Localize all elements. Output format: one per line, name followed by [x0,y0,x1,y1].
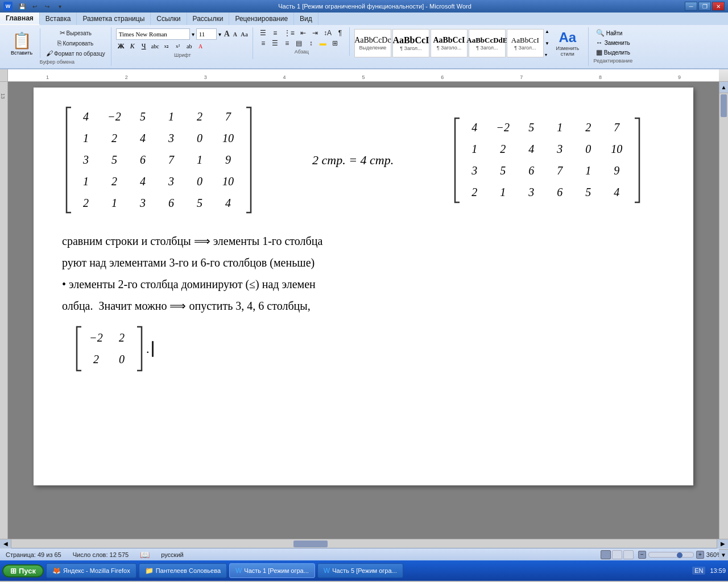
bold-button[interactable]: Ж [116,41,126,51]
zoom-control: − + 360% [638,551,722,559]
find-button[interactable]: 🔍 Найти [593,28,633,38]
m1-r2c2: 6 [130,149,155,171]
paragraph-controls: ☰ ≡ ⋮≡ ⇤ ⇥ ↕A ¶ ≡ ☰ ≡ ▤ ↕ ▬ [258,28,346,48]
restore-btn[interactable]: ❐ [698,2,711,11]
document-scroll[interactable]: 4 −2 5 1 2 7 1 2 4 3 0 10 3 [8,82,719,539]
editing-group: 🔍 Найти ↔ Заменить ▦ Выделить Редактиров… [590,27,636,65]
shading-button[interactable]: ▬ [317,39,329,48]
scroll-down-btn[interactable]: ▼ [719,549,728,560]
zoom-slider[interactable] [648,552,694,558]
taskbar-word2[interactable]: W Часть 5 [Режим огра... [317,563,403,578]
language-button[interactable]: EN [692,567,705,575]
style-item-label-3: ¶ Загол... [476,45,498,51]
qa-save-btn[interactable]: 💾 [17,1,27,11]
para-row1: ☰ ≡ ⋮≡ ⇤ ⇥ ↕A ¶ [258,28,346,38]
hscroll-thumb[interactable] [293,541,328,547]
style-item-0[interactable]: AaBbCcDc Выделение [354,29,391,57]
shrink-font-button[interactable]: A [232,31,238,38]
tab-home[interactable]: Главная [0,13,40,25]
close-btn[interactable]: ✕ [712,2,725,11]
bullets-button[interactable]: ☰ [258,28,269,38]
scroll-thumb[interactable] [721,94,727,117]
change-styles-button[interactable]: Aa Изменить стили [551,28,585,58]
font-dropdown-icon[interactable]: ▾ [192,31,195,38]
grow-font-button[interactable]: A [223,30,231,39]
decrease-indent-button[interactable]: ⇤ [297,28,309,38]
copy-button[interactable]: ⎘ Копировать [44,39,107,48]
highlight-button[interactable]: ab [184,41,195,51]
increase-indent-button[interactable]: ⇥ [309,28,321,38]
style-item-text-1: AaBbCcI [392,35,429,45]
scroll-up-btn[interactable]: ▲ [719,82,728,93]
tab-view[interactable]: Вид [294,13,318,25]
style-item-4[interactable]: AaBbCcI ¶ Загол... [507,29,544,57]
qa-undo-btn[interactable]: ↩ [30,1,40,11]
qa-dropdown-btn[interactable]: ▾ [55,1,65,11]
tab-mailings[interactable]: Рассылки [187,13,230,25]
m2-r3c4: 5 [576,182,601,203]
taskbar-panteleev[interactable]: 📁 Пантелеев Соловьева [139,563,227,578]
subscript-button[interactable]: x₂ [162,41,172,51]
view-full-btn[interactable] [612,550,622,559]
taskbar-word1[interactable]: W Часть 1 [Режим огра... [229,563,315,578]
multilevel-button[interactable]: ⋮≡ [282,28,297,38]
paste-button[interactable]: 📋 Вставить [7,28,36,58]
style-item-label-1: ¶ Загол... [400,45,421,51]
tab-review[interactable]: Рецензирование [229,13,294,25]
font-color-button[interactable]: A [196,41,206,51]
clipboard-group: 📋 Вставить ✂ Вырезать ⎘ Копировать 🖌 [3,27,111,66]
zoom-in-btn[interactable]: + [696,551,704,559]
horizontal-scrollbar[interactable]: ◀ ▶ [0,539,728,548]
superscript-button[interactable]: x² [173,41,183,51]
sort-button[interactable]: ↕A [321,28,334,38]
underline-button[interactable]: Ч [139,41,149,51]
view-print-btn[interactable] [601,550,611,559]
align-left-button[interactable]: ≡ [258,39,269,48]
styles-scroll[interactable]: ▲ ▼ ▾ [545,29,549,57]
start-button[interactable]: ⊞ Пуск [2,564,44,577]
strikethrough-button[interactable]: аbc [150,41,160,51]
taskbar-firefox[interactable]: 🦊 Яндекс - Mozilla Firefox [46,563,136,578]
title-left: W 💾 ↩ ↪ ▾ [3,1,65,11]
m1-r4c1: 1 [102,193,127,214]
paste-label: Вставить [11,50,32,56]
m2-r3c1: 1 [490,182,515,203]
ribbon-tabs: Главная Вставка Разметка страницы Ссылки… [0,13,728,25]
align-center-button[interactable]: ☰ [270,39,281,48]
hscroll-left-btn[interactable]: ◀ [0,539,11,548]
editing-label: Редактирование [593,58,633,64]
clear-format-button[interactable]: Aa [239,31,249,38]
style-item-2[interactable]: AaBbCcI ¶ Заголо... [431,29,468,57]
tab-insert[interactable]: Вставка [40,13,77,25]
tab-layout[interactable]: Разметка страницы [77,13,151,25]
border-button[interactable]: ⊞ [329,39,341,48]
show-para-button[interactable]: ¶ [334,28,346,38]
change-style-label: Изменить стили [551,45,585,57]
m1-r1c1: 2 [102,128,127,149]
size-dropdown-icon[interactable]: ▾ [218,31,221,38]
numbering-button[interactable]: ≡ [270,28,281,38]
justify-button[interactable]: ▤ [293,39,305,48]
ruler[interactable]: 123 456 789 [0,69,728,82]
word-icon: W [3,2,13,11]
text-line1: сравним строки и столбцы ⟹ элементы 1-го… [62,232,665,250]
cut-button[interactable]: ✂ Вырезать [44,28,107,38]
view-web-btn[interactable] [623,550,634,559]
format-painter-button[interactable]: 🖌 Формат по образцу [44,49,107,58]
zoom-out-btn[interactable]: − [638,551,646,559]
hscroll-right-btn[interactable]: ▶ [717,539,728,548]
zoom-thumb [677,552,682,558]
font-name-selector[interactable]: Times New Roman [116,28,190,40]
select-button[interactable]: ▦ Выделить [593,48,633,57]
qa-redo-btn[interactable]: ↪ [42,1,52,11]
line-spacing-button[interactable]: ↕ [305,39,317,48]
style-item-1[interactable]: AaBbCcI ¶ Загол... [392,29,429,57]
minimize-btn[interactable]: ─ [685,2,697,11]
style-item-3[interactable]: AaBbCcDdE ¶ Загол... [469,29,506,57]
vertical-scrollbar[interactable]: ▲ ▼ [719,82,728,539]
font-size-selector[interactable]: 11 [196,28,217,40]
align-right-button[interactable]: ≡ [282,39,293,48]
tab-references[interactable]: Ссылки [151,13,187,25]
italic-button[interactable]: К [127,41,138,51]
replace-button[interactable]: ↔ Заменить [593,38,633,47]
